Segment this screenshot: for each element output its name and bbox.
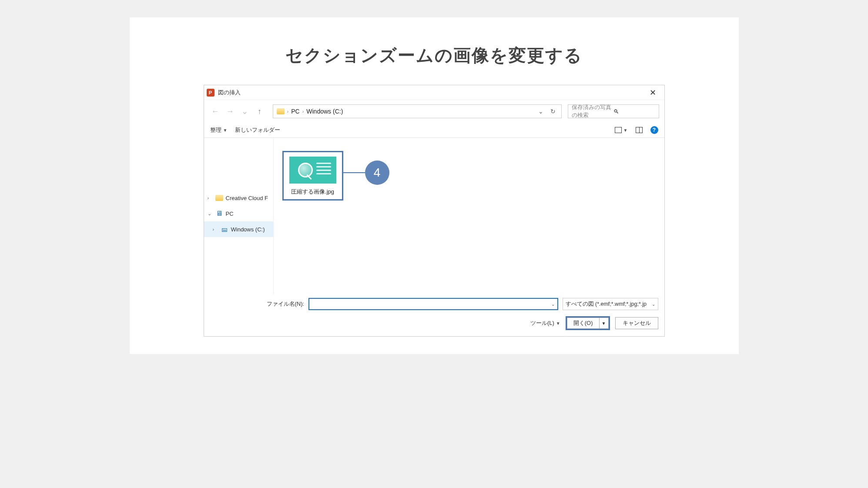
dialog-title: 図の挿入: [218, 89, 241, 97]
chevron-down-icon: ⌄: [241, 107, 248, 116]
new-folder-button[interactable]: 新しいフォルダー: [235, 126, 280, 134]
close-icon: ✕: [650, 88, 656, 97]
pc-icon: 🖥︎: [215, 211, 223, 217]
chevron-down-icon: ▼: [602, 321, 606, 326]
view-icon: [615, 127, 622, 133]
open-dropdown-button[interactable]: ▼: [599, 318, 609, 329]
search-input[interactable]: 保存済みの写真の検索 🔍︎: [568, 104, 659, 118]
tools-button[interactable]: ツール(L) ▼: [530, 319, 560, 327]
titlebar: P 図の挿入 ✕: [204, 85, 664, 100]
address-bar[interactable]: › PC › Windows (C:) ⌄ ↻: [273, 104, 562, 118]
preview-pane-button[interactable]: [636, 127, 643, 133]
chevron-down-icon: ▼: [556, 321, 560, 326]
open-button[interactable]: 開く(O): [567, 318, 599, 329]
file-tile-selected[interactable]: 圧縮する画像.jpg: [282, 151, 343, 201]
filename-row: ファイル名(N): ⌄ すべての図 (*.emf;*.wmf;*.jpg;*.j…: [204, 294, 664, 314]
nav-recent-button[interactable]: ⌄: [239, 105, 251, 117]
breadcrumb-pc[interactable]: PC: [291, 108, 299, 115]
chevron-down-icon: ⌄: [652, 302, 655, 307]
arrow-up-icon: ↑: [258, 107, 261, 116]
organize-button[interactable]: 整理 ▼: [210, 126, 228, 134]
filename-label: ファイル名(N):: [267, 300, 305, 308]
file-dialog: P 図の挿入 ✕ ← → ⌄ ↑ › PC › Windows (C:) ⌄ ↻: [204, 85, 665, 337]
nav-forward-button[interactable]: →: [224, 105, 236, 117]
tree-label: Creative Cloud F: [226, 195, 268, 201]
open-button-group: 開く(O) ▼: [566, 316, 610, 330]
help-button[interactable]: ?: [650, 126, 658, 134]
filetype-label: すべての図 (*.emf;*.wmf;*.jpg;*.jp: [566, 301, 647, 308]
organize-label: 整理: [210, 126, 221, 134]
view-mode-button[interactable]: ▼: [615, 127, 628, 133]
folder-tree: › Creative Cloud F ⌄ 🖥︎ PC › 🖴︎ Windows …: [204, 138, 274, 294]
chevron-right-icon: ›: [208, 195, 213, 201]
cancel-button[interactable]: キャンセル: [615, 317, 658, 329]
file-thumbnail: [289, 157, 336, 184]
chevron-down-icon: ▼: [623, 128, 628, 133]
nav-row: ← → ⌄ ↑ › PC › Windows (C:) ⌄ ↻ 保存済みの写真の…: [204, 100, 664, 123]
step-number-badge: 4: [365, 160, 389, 185]
arrow-right-icon: →: [226, 107, 234, 116]
slide-title: セクションズームの画像を変更する: [285, 43, 583, 67]
slide: セクションズームの画像を変更する P 図の挿入 ✕ ← → ⌄ ↑ › PC ›…: [130, 17, 739, 354]
chevron-down-icon: ⌄: [551, 302, 555, 307]
chevron-right-icon: ›: [213, 227, 218, 232]
breadcrumb-sep-icon: ›: [302, 109, 304, 114]
callout-connector: [343, 172, 365, 173]
breadcrumb-sep-icon: ›: [287, 109, 289, 114]
close-button[interactable]: ✕: [644, 85, 662, 100]
chevron-down-icon: ⌄: [208, 211, 213, 217]
powerpoint-icon: P: [207, 89, 214, 97]
address-refresh-icon[interactable]: ↻: [548, 108, 558, 115]
folder-icon: [215, 195, 223, 201]
tree-label: Windows (C:): [231, 226, 265, 233]
file-list[interactable]: 圧縮する画像.jpg 4: [274, 138, 664, 294]
tree-item-drive[interactable]: › 🖴︎ Windows (C:): [204, 221, 273, 237]
step-callout: 4: [343, 160, 389, 185]
tree-item-pc[interactable]: ⌄ 🖥︎ PC: [204, 206, 273, 221]
nav-up-button[interactable]: ↑: [254, 105, 266, 117]
drive-icon: 🖴︎: [221, 226, 228, 232]
address-dropdown-icon[interactable]: ⌄: [536, 108, 546, 115]
file-name-label: 圧縮する画像.jpg: [291, 188, 334, 196]
chevron-down-icon: ▼: [223, 128, 228, 133]
dialog-body: › Creative Cloud F ⌄ 🖥︎ PC › 🖴︎ Windows …: [204, 138, 664, 294]
tools-label-text: ツール(L): [530, 319, 554, 327]
toolbar: 整理 ▼ 新しいフォルダー ▼ ?: [204, 123, 664, 138]
tree-item-creative-cloud[interactable]: › Creative Cloud F: [204, 190, 273, 206]
tree-label: PC: [226, 211, 234, 217]
filetype-select[interactable]: すべての図 (*.emf;*.wmf;*.jpg;*.jp ⌄: [563, 298, 658, 310]
search-icon: 🔍︎: [613, 108, 655, 115]
breadcrumb-drive[interactable]: Windows (C:): [306, 108, 343, 115]
folder-icon: [277, 108, 285, 114]
nav-back-button[interactable]: ←: [209, 105, 221, 117]
action-row: ツール(L) ▼ 開く(O) ▼ キャンセル: [204, 314, 664, 336]
arrow-left-icon: ←: [211, 107, 219, 116]
search-placeholder: 保存済みの写真の検索: [572, 104, 613, 119]
filename-input[interactable]: ⌄: [308, 298, 558, 310]
preview-pane-icon: [636, 127, 643, 133]
